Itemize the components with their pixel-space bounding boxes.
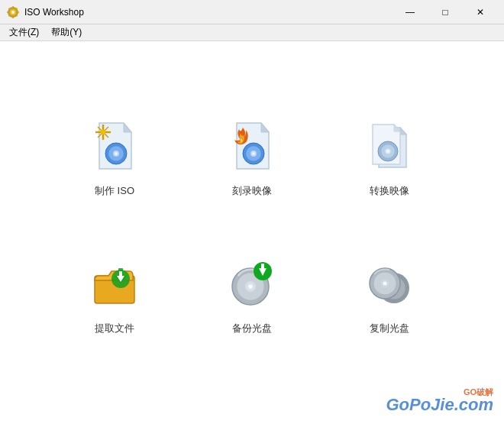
menu-file[interactable]: 文件(Z) bbox=[3, 24, 45, 40]
copy-disc-button[interactable]: 复制光盘 bbox=[328, 233, 451, 355]
svg-marker-23 bbox=[261, 123, 269, 132]
close-button[interactable]: ✕ bbox=[463, 0, 498, 24]
copy-disc-label: 复制光盘 bbox=[370, 322, 409, 335]
make-iso-label: 制作 ISO bbox=[95, 184, 134, 198]
svg-point-57 bbox=[383, 281, 387, 285]
svg-rect-49 bbox=[261, 264, 264, 270]
watermark-main: GoPoJie.com bbox=[386, 395, 493, 414]
burn-image-icon bbox=[221, 115, 283, 176]
convert-label: 转换映像 bbox=[370, 184, 409, 198]
convert-button[interactable]: 转换映像 bbox=[328, 95, 451, 218]
convert-icon bbox=[359, 115, 420, 176]
svg-point-17 bbox=[101, 130, 105, 134]
svg-point-46 bbox=[249, 285, 252, 288]
svg-rect-41 bbox=[119, 271, 122, 277]
maximize-button[interactable]: □ bbox=[428, 0, 463, 24]
copy-disc-icon bbox=[359, 253, 420, 314]
svg-point-27 bbox=[252, 152, 255, 155]
main-content: 制作 ISO bbox=[0, 41, 504, 424]
svg-point-35 bbox=[386, 150, 389, 153]
backup-label: 备份光盘 bbox=[232, 322, 272, 335]
svg-point-21 bbox=[115, 152, 118, 155]
menu-bar: 文件(Z) 帮助(Y) bbox=[0, 24, 504, 41]
burn-image-label: 刻录映像 bbox=[232, 184, 272, 198]
make-iso-icon bbox=[84, 115, 145, 176]
icons-grid: 制作 ISO bbox=[53, 95, 451, 355]
app-title: ISO Workshop bbox=[24, 7, 393, 18]
minimize-button[interactable]: — bbox=[393, 0, 428, 24]
watermark: GO破解 GoPoJie.com bbox=[386, 388, 493, 413]
menu-help[interactable]: 帮助(Y) bbox=[45, 24, 88, 40]
extract-icon bbox=[84, 253, 145, 314]
title-bar: ISO Workshop — □ ✕ bbox=[0, 0, 504, 24]
window-controls: — □ ✕ bbox=[393, 0, 498, 24]
watermark-top: GO破解 bbox=[386, 388, 493, 396]
svg-marker-29 bbox=[400, 128, 406, 134]
extract-label: 提取文件 bbox=[95, 322, 134, 335]
extract-button[interactable]: 提取文件 bbox=[53, 233, 176, 355]
make-iso-button[interactable]: 制作 ISO bbox=[53, 95, 176, 218]
burn-image-button[interactable]: 刻录映像 bbox=[191, 95, 313, 218]
backup-button[interactable]: 备份光盘 bbox=[191, 233, 313, 355]
backup-icon bbox=[221, 253, 283, 314]
svg-point-2 bbox=[11, 11, 15, 14]
svg-marker-12 bbox=[124, 123, 131, 132]
app-icon bbox=[6, 5, 20, 19]
